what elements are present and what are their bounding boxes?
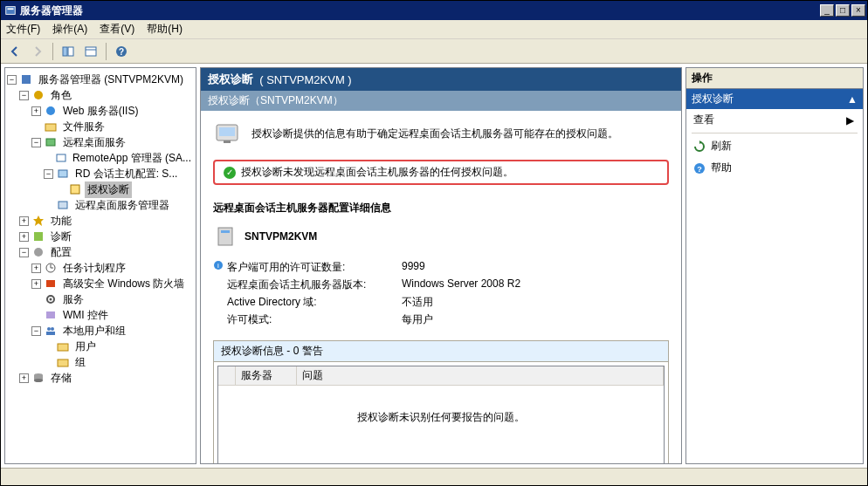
diagnosis-icon xyxy=(213,120,241,147)
expand-icon[interactable]: + xyxy=(31,264,41,273)
storage-icon xyxy=(31,371,45,385)
refresh-icon xyxy=(693,140,706,153)
forward-button[interactable] xyxy=(27,42,48,61)
details-subheader: 授权诊断（SNTVPM2KVM） xyxy=(201,91,681,111)
tree-features[interactable]: +功能 xyxy=(19,213,194,229)
expand-icon[interactable]: − xyxy=(31,326,41,336)
toolbar-separator-2 xyxy=(106,43,107,60)
expand-icon[interactable]: + xyxy=(19,373,29,383)
detail-value: 不适用 xyxy=(402,295,433,310)
window-buttons: _ □ × xyxy=(820,4,865,17)
tree-firewall[interactable]: +高级安全 Windows 防火墙 xyxy=(31,276,194,291)
menu-help[interactable]: 帮助(H) xyxy=(147,22,183,37)
details-pane: 授权诊断 ( SNTVPM2KVM ) 授权诊断（SNTVPM2KVM） 授权诊… xyxy=(200,67,682,464)
expand-icon[interactable]: − xyxy=(19,91,29,100)
menu-action[interactable]: 操作(A) xyxy=(52,22,87,37)
svg-rect-12 xyxy=(46,139,55,146)
server-name: SNTVPM2KVM xyxy=(245,230,317,243)
svg-rect-2 xyxy=(63,47,67,56)
expand-icon[interactable]: − xyxy=(7,75,17,85)
svg-rect-8 xyxy=(22,75,31,84)
tree-rdsm[interactable]: 远程桌面服务管理器 xyxy=(44,197,194,213)
tree-wmi[interactable]: WMI 控件 xyxy=(31,307,194,323)
expand-icon[interactable]: + xyxy=(19,216,29,226)
tree-users[interactable]: 用户 xyxy=(44,339,194,354)
server-manager-window: 服务器管理器 _ □ × 文件(F) 操作(A) 查看(V) 帮助(H) ? −… xyxy=(0,0,868,486)
server-icon xyxy=(213,224,238,249)
properties-button[interactable] xyxy=(80,42,101,61)
actions-body: 授权诊断 ▲ 查看 ▶ 刷新 ? 帮助 xyxy=(685,88,864,464)
menu-file[interactable]: 文件(F) xyxy=(6,22,40,37)
svg-rect-18 xyxy=(34,232,43,241)
col-issue[interactable]: 问题 xyxy=(297,366,664,385)
detail-value: Windows Server 2008 R2 xyxy=(402,277,520,292)
back-button[interactable] xyxy=(4,42,25,61)
iis-icon xyxy=(44,104,58,118)
tree-groups[interactable]: 组 xyxy=(44,354,194,370)
tree-rds[interactable]: −远程桌面服务 xyxy=(31,134,194,150)
window-title: 服务器管理器 xyxy=(20,3,820,18)
svg-text:i: i xyxy=(217,262,219,270)
divider xyxy=(692,133,858,133)
tree-web[interactable]: +Web 服务器(IIS) xyxy=(31,103,194,119)
svg-rect-4 xyxy=(86,47,96,56)
svg-rect-30 xyxy=(58,344,68,351)
firewall-icon xyxy=(44,277,58,291)
minimize-button[interactable]: _ xyxy=(820,4,834,17)
expand-icon[interactable]: − xyxy=(44,169,53,179)
svg-rect-36 xyxy=(219,127,235,136)
svg-rect-15 xyxy=(71,185,79,194)
statusbar xyxy=(1,468,867,485)
expand-icon[interactable]: + xyxy=(19,232,29,242)
action-view[interactable]: 查看 ▶ xyxy=(686,109,863,131)
svg-rect-14 xyxy=(59,170,67,177)
tree-remoteapp[interactable]: RemoteApp 管理器 (SA... xyxy=(44,150,194,166)
show-hide-tree-button[interactable] xyxy=(58,42,79,61)
actions-pane: 操作 授权诊断 ▲ 查看 ▶ 刷新 ? 帮助 xyxy=(685,67,864,464)
svg-text:?: ? xyxy=(119,47,124,57)
diag-empty-text: 授权诊断未识别任何要报告的问题。 xyxy=(218,386,664,464)
detail-value: 每用户 xyxy=(402,312,433,327)
svg-rect-1 xyxy=(8,8,14,10)
tree-rdcfg[interactable]: −RD 会话主机配置: S... xyxy=(44,166,194,181)
status-callout: ✓ 授权诊断未发现远程桌面会话主机服务器的任何授权问题。 xyxy=(213,160,669,185)
toolbar: ? xyxy=(1,39,867,64)
close-button[interactable]: × xyxy=(851,4,865,17)
tree-licensing-diag[interactable]: 授权诊断 xyxy=(56,181,194,197)
tree-fileservice[interactable]: 文件服务 xyxy=(31,119,194,134)
config-icon xyxy=(31,245,45,259)
actions-section-header[interactable]: 授权诊断 ▲ xyxy=(686,89,863,109)
expand-icon[interactable]: + xyxy=(31,279,41,289)
col-server[interactable]: 服务器 xyxy=(236,366,297,385)
tree-roles[interactable]: −角色 xyxy=(19,87,194,103)
col-icon[interactable] xyxy=(218,366,236,385)
svg-rect-37 xyxy=(224,140,231,143)
diag-list[interactable]: 服务器 问题 授权诊断未识别任何要报告的问题。 xyxy=(217,366,665,464)
svg-rect-23 xyxy=(46,280,55,287)
action-help[interactable]: ? 帮助 xyxy=(686,157,863,179)
expand-icon[interactable]: + xyxy=(31,106,41,116)
tree-config[interactable]: −配置 xyxy=(19,244,194,260)
action-refresh[interactable]: 刷新 xyxy=(686,135,863,157)
tree-storage[interactable]: +存储 xyxy=(19,370,194,386)
help-button[interactable]: ? xyxy=(111,42,132,61)
actions-title: 操作 xyxy=(685,67,864,88)
tree-pane[interactable]: −服务器管理器 (SNTVPM2KVM) −角色 +Web 服务器(IIS) 文… xyxy=(4,67,196,464)
collapse-icon: ▲ xyxy=(847,93,858,106)
intro-text: 授权诊断提供的信息有助于确定远程桌面会话主机服务器可能存在的授权问题。 xyxy=(251,127,618,141)
tree-tasksched[interactable]: +任务计划程序 xyxy=(31,260,194,276)
maximize-button[interactable]: □ xyxy=(836,4,850,17)
detail-label: 客户端可用的许可证数量: xyxy=(227,260,402,275)
help-icon: ? xyxy=(693,162,706,175)
tree-root[interactable]: −服务器管理器 (SNTVPM2KVM) xyxy=(7,72,194,87)
tree-localusers[interactable]: −本地用户和组 xyxy=(31,323,194,339)
details-list: i客户端可用的许可证数量:9999 远程桌面会话主机服务器版本:Windows … xyxy=(227,257,669,330)
menu-view[interactable]: 查看(V) xyxy=(100,22,134,37)
expand-icon[interactable]: − xyxy=(19,248,29,257)
expand-icon[interactable]: − xyxy=(31,138,41,147)
details-body: 授权诊断提供的信息有助于确定远程桌面会话主机服务器可能存在的授权问题。 ✓ 授权… xyxy=(201,111,681,464)
tree-services[interactable]: 服务 xyxy=(31,291,194,307)
wmi-icon xyxy=(44,308,58,322)
tree-diag[interactable]: +诊断 xyxy=(19,229,194,244)
app-icon xyxy=(3,4,20,17)
